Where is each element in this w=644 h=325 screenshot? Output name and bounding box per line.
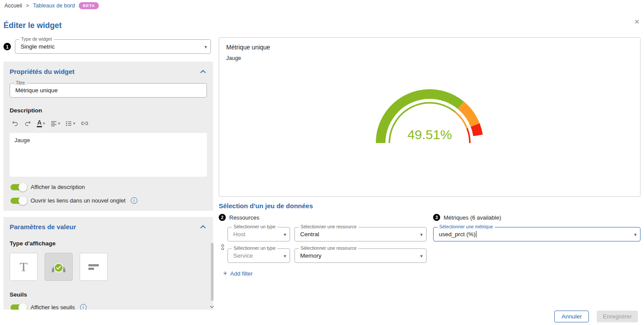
- step-2-badge: 2: [219, 214, 226, 221]
- widget-editor-page: Accueil > Tableaux de bord BETA Éditer l…: [0, 0, 644, 325]
- widget-preview: Métrique unique Jauge 49.51%: [219, 37, 640, 197]
- redo-icon[interactable]: [22, 119, 33, 129]
- metrics-heading: 3 Métriques (6 available): [433, 214, 640, 221]
- open-links-row: Ouvrir les liens dans un nouvel onglet i: [10, 197, 207, 204]
- show-description-label: Afficher la description: [31, 184, 85, 190]
- show-description-toggle[interactable]: [10, 184, 25, 190]
- gauge-chart: 49.51%: [368, 80, 491, 147]
- step-1-badge: 1: [4, 43, 11, 50]
- close-icon[interactable]: ✕: [634, 18, 640, 25]
- info-icon[interactable]: i: [131, 197, 137, 204]
- step-3-badge: 3: [433, 214, 440, 221]
- display-type-text-button[interactable]: T: [10, 253, 38, 281]
- breadcrumb-dashboards-link[interactable]: Tableaux de bord: [33, 3, 75, 9]
- resource-type-select[interactable]: Sélectionner un type Host ▾: [228, 227, 290, 241]
- value-params-title: Paramètres de valeur: [10, 223, 76, 231]
- preview-subtitle: Jauge: [226, 55, 633, 61]
- bullet-list-icon: [65, 120, 72, 127]
- breadcrumb-home-link[interactable]: Accueil: [4, 3, 22, 9]
- display-type-gauge-button[interactable]: [45, 253, 73, 281]
- chevron-down-icon: ▾: [420, 253, 423, 259]
- chevron-down-icon: ▾: [284, 231, 286, 237]
- info-glyph: i: [83, 305, 84, 310]
- widget-type-value: Single metric: [21, 43, 55, 50]
- properties-panel-header: Propriétés du widget: [10, 68, 207, 75]
- metric-select-label: Sélectionner une métrique: [438, 224, 495, 229]
- widget-settings-column: 1 Type de widget Single metric ▾ Proprié…: [4, 37, 213, 310]
- info-icon[interactable]: i: [80, 304, 87, 310]
- chevron-up-icon[interactable]: [199, 224, 207, 230]
- resource-select[interactable]: Sélectionner une ressource Central ▾: [294, 227, 427, 241]
- show-thresholds-row: Afficher les seuils i: [10, 304, 207, 310]
- plus-icon: +: [223, 270, 227, 277]
- resource-label: Sélectionner une ressource: [299, 224, 358, 229]
- chevron-down-icon: ▾: [73, 121, 75, 126]
- gauge-value: 49.51%: [407, 127, 452, 142]
- chevron-down-icon: ▾: [204, 44, 207, 49]
- richtext-toolbar: A ▾ ▾ ▾: [10, 118, 207, 129]
- save-button[interactable]: Enregistrer: [597, 311, 638, 322]
- metrics-label: Métriques (6 available): [444, 214, 501, 221]
- chevron-down-icon: ▾: [43, 121, 45, 126]
- widget-type-row: 1 Type de widget Single metric ▾: [4, 39, 213, 54]
- description-editor[interactable]: Jauge: [10, 133, 207, 177]
- resource-type-label: Sélectionner un type: [232, 224, 277, 229]
- chevron-up-icon[interactable]: [199, 69, 207, 74]
- link-chain-icon: [218, 244, 226, 251]
- resource-type-label: Sélectionner un type: [232, 246, 277, 251]
- display-type-options: T: [10, 253, 207, 281]
- chevron-down-icon: ▾: [420, 231, 423, 237]
- show-thresholds-label: Afficher les seuils: [31, 304, 75, 310]
- breadcrumb-separator: >: [26, 3, 29, 9]
- resource-type-select[interactable]: Sélectionner un type Service ▾: [228, 248, 290, 263]
- resources-column: 2 Ressources Sélectionner un type Host ▾: [219, 214, 433, 277]
- properties-panel: Propriétés du widget Titre Métrique uniq…: [4, 62, 213, 211]
- value-params-header: Paramètres de valeur: [10, 223, 207, 231]
- dataset-section-title: Sélection d'un jeu de données: [219, 202, 640, 210]
- align-icon: [50, 120, 57, 127]
- text-cursor: [476, 231, 476, 238]
- resource-label: Sélectionner une ressource: [299, 246, 358, 251]
- add-filter-button[interactable]: + Add filter: [219, 270, 433, 277]
- title-input-label: Titre: [14, 80, 27, 85]
- align-button[interactable]: ▾: [49, 119, 62, 129]
- footer-actions: Annuler Enregistrer: [554, 311, 638, 322]
- gauge-segment-critical: [475, 125, 478, 136]
- breadcrumb: Accueil > Tableaux de bord BETA: [4, 2, 99, 9]
- show-description-row: Afficher la description: [10, 184, 207, 190]
- link-icon[interactable]: [79, 119, 91, 128]
- open-links-label: Ouvrir les liens dans un nouvel onglet: [31, 197, 126, 204]
- show-thresholds-toggle[interactable]: [10, 304, 25, 310]
- resource-select[interactable]: Sélectionner une ressource Memory ▾: [294, 248, 427, 263]
- add-filter-label: Add filter: [230, 270, 252, 277]
- gauge-inner-arc-critical: [467, 128, 470, 143]
- description-text: Jauge: [14, 137, 30, 143]
- properties-panel-title: Propriétés du widget: [10, 68, 74, 75]
- resource-value: Central: [300, 231, 319, 238]
- text-display-icon: T: [20, 259, 28, 274]
- widget-type-select[interactable]: Type de widget Single metric ▾: [15, 39, 211, 54]
- scroll-down-icon[interactable]: [210, 302, 214, 310]
- resources-label: Ressources: [229, 214, 259, 221]
- preview-title: Métrique unique: [226, 44, 633, 51]
- font-color-button[interactable]: A ▾: [35, 118, 47, 129]
- metrics-column: 3 Métriques (6 available) Sélectionner u…: [433, 214, 640, 277]
- chevron-down-icon: ▾: [58, 121, 60, 126]
- cancel-button[interactable]: Annuler: [554, 311, 589, 322]
- resource-row: Sélectionner un type Host ▾ Sélectionner…: [228, 227, 433, 241]
- metric-select[interactable]: Sélectionner une métrique used_prct (%) …: [433, 227, 640, 241]
- thresholds-label: Seuils: [10, 291, 207, 298]
- title-input[interactable]: Titre Métrique unique: [10, 83, 207, 98]
- scrollbar[interactable]: [211, 243, 214, 301]
- beta-badge: BETA: [79, 2, 99, 9]
- open-links-toggle[interactable]: [10, 198, 25, 204]
- bar-chart-icon: [86, 261, 101, 273]
- list-button[interactable]: ▾: [63, 119, 77, 129]
- display-type-bars-button[interactable]: [80, 253, 108, 281]
- chevron-down-icon: ▾: [284, 253, 286, 259]
- undo-icon[interactable]: [10, 119, 21, 129]
- info-glyph: i: [133, 199, 135, 203]
- chevron-down-icon: ▾: [634, 231, 637, 237]
- resources-heading: 2 Ressources: [219, 214, 433, 221]
- font-color-icon: A: [37, 119, 42, 127]
